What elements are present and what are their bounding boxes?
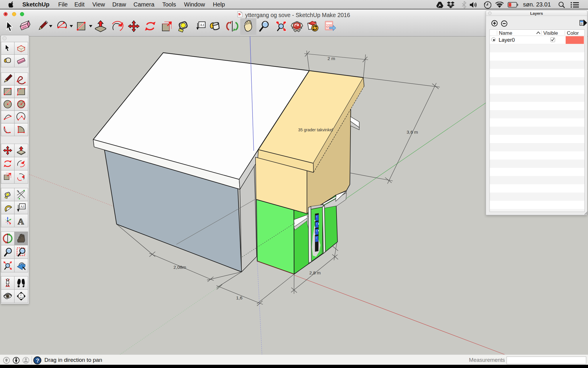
svg-text:A1: A1 [20, 205, 25, 209]
svg-text:2 m: 2 m [328, 56, 335, 61]
svg-text:A1: A1 [200, 23, 205, 27]
svg-text:?: ? [36, 357, 39, 364]
svg-text:35 grader takvinkel: 35 grader takvinkel [298, 127, 333, 132]
svg-text:2,08m: 2,08m [173, 265, 186, 270]
svg-text:A-S: A-S [19, 296, 23, 299]
svg-text:2,8 m: 2,8 m [309, 270, 321, 275]
svg-text:3,6 m: 3,6 m [407, 130, 418, 135]
svg-text:C: C [20, 294, 22, 296]
svg-text:A: A [18, 216, 24, 226]
svg-text:1,6: 1,6 [236, 295, 243, 300]
